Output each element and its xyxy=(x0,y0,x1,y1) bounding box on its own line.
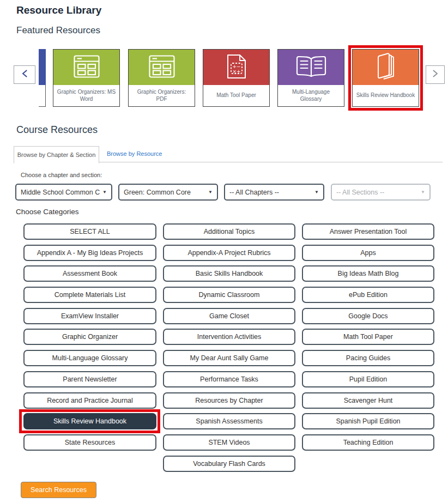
category-column-2: Additional Topics Appendix-A Project Rub… xyxy=(163,223,295,472)
chapter-section-label: Choose a chapter and section: xyxy=(21,172,102,178)
featured-tile-math-tool-paper[interactable]: +− ×+ Math Tool Paper xyxy=(203,49,270,107)
select-value: Middle School Common C xyxy=(21,189,100,196)
grid-window-icon xyxy=(74,55,100,80)
tile-label: Multi-Language Glossary xyxy=(278,85,344,106)
category-my-dear-aunt-sally-game[interactable]: My Dear Aunt Sally Game xyxy=(163,350,295,366)
clipped-tile-label-area xyxy=(39,85,46,107)
open-book-icon xyxy=(296,56,326,80)
course-resources-heading: Course Resources xyxy=(16,124,98,136)
category-epub-edition[interactable]: ePub Edition xyxy=(302,287,434,303)
category-spanish-pupil-edition[interactable]: Spanish Pupil Edition xyxy=(302,413,434,429)
category-record-and-practice-journal[interactable]: Record and Practice Journal xyxy=(23,392,156,409)
category-big-ideas-math-blog[interactable]: Big Ideas Math Blog xyxy=(302,265,434,282)
chevron-right-icon xyxy=(432,69,439,80)
select-value: Green: Common Core xyxy=(124,189,191,196)
edition-select[interactable]: Green: Common Core ▼ xyxy=(118,184,218,201)
category-graphic-organizer[interactable]: Graphic Organizer xyxy=(23,329,156,345)
select-value: -- All Sections -- xyxy=(336,189,384,196)
category-google-docs[interactable]: Google Docs xyxy=(302,308,434,324)
grid-window-icon xyxy=(149,55,175,80)
category-parent-newsletter[interactable]: Parent Newsletter xyxy=(23,371,156,387)
category-basic-skills-handbook[interactable]: Basic Skills Handbook xyxy=(163,265,295,282)
category-apps[interactable]: Apps xyxy=(302,245,434,261)
category-spanish-assessments[interactable]: Spanish Assessments xyxy=(163,413,295,429)
category-pupil-edition[interactable]: Pupil Edition xyxy=(302,371,434,387)
resource-library-page: Resource Library Featured Resources Grap… xyxy=(0,0,448,503)
caret-down-icon: ▼ xyxy=(102,190,107,195)
category-skills-review-handbook[interactable]: Skills Review Handbook xyxy=(23,413,156,429)
clipped-tile-color-band xyxy=(39,49,46,85)
category-appendix-a-project-rubrics[interactable]: Appendix-A Project Rubrics xyxy=(163,245,295,261)
tile-label: Math Tool Paper xyxy=(203,85,269,106)
carousel-next-button[interactable] xyxy=(426,65,445,84)
chapter-select[interactable]: -- All Chapters -- ▼ xyxy=(224,184,324,201)
category-examview-installer[interactable]: ExamView Installer xyxy=(23,308,156,324)
featured-tile-skills-review-handbook[interactable]: Skills Review Handbook xyxy=(352,49,419,107)
category-scavenger-hunt[interactable]: Scavenger Hunt xyxy=(302,392,434,409)
tile-label: Graphic Organizers: MS Word xyxy=(53,85,119,106)
featured-tile-graphic-organizers-ms-word[interactable]: Graphic Organizers: MS Word xyxy=(53,49,120,107)
category-answer-presentation-tool[interactable]: Answer Presentation Tool xyxy=(302,223,434,240)
choose-categories-label: Choose Categories xyxy=(16,208,79,216)
select-value: -- All Chapters -- xyxy=(229,189,279,196)
caret-down-icon: ▼ xyxy=(421,190,425,195)
caret-down-icon: ▼ xyxy=(208,190,213,195)
tab-browse-by-chapter-section[interactable]: Browse by Chapter & Section xyxy=(14,146,99,163)
tab-label: Browse by Resource xyxy=(107,150,162,157)
category-intervention-activities[interactable]: Intervention Activities xyxy=(163,329,295,345)
category-complete-materials-list[interactable]: Complete Materials List xyxy=(23,287,156,303)
featured-tile-graphic-organizers-pdf[interactable]: Graphic Organizers: PDF xyxy=(128,49,195,107)
category-appendix-a-projects[interactable]: Appendix A - My Big Ideas Projects xyxy=(23,245,156,261)
section-select: -- All Sections -- ▼ xyxy=(331,184,431,201)
program-select[interactable]: Middle School Common C ▼ xyxy=(15,184,112,201)
tile-label: Skills Review Handbook xyxy=(353,85,419,106)
category-column-1: SELECT ALL Appendix A - My Big Ideas Pro… xyxy=(23,223,156,451)
carousel-clipped-tile[interactable] xyxy=(39,49,46,107)
caret-down-icon: ▼ xyxy=(314,190,319,195)
tab-browse-by-resource[interactable]: Browse by Resource xyxy=(107,150,162,157)
closed-book-icon xyxy=(375,52,397,83)
category-math-tool-paper[interactable]: Math Tool Paper xyxy=(302,329,434,345)
category-assessment-book[interactable]: Assessment Book xyxy=(23,265,156,282)
category-column-3: Answer Presentation Tool Apps Big Ideas … xyxy=(302,223,434,451)
category-state-resources[interactable]: State Resources xyxy=(23,434,156,451)
category-resources-by-chapter[interactable]: Resources by Chapter xyxy=(163,392,295,409)
tab-label: Browse by Chapter & Section xyxy=(17,151,96,158)
search-button-label: Search Resources xyxy=(31,486,87,494)
search-resources-button[interactable]: Search Resources xyxy=(21,482,96,498)
svg-text:×+: ×+ xyxy=(232,68,240,74)
category-multi-language-glossary[interactable]: Multi-Language Glossary xyxy=(23,350,156,366)
category-additional-topics[interactable]: Additional Topics xyxy=(163,223,295,240)
featured-tile-multi-language-glossary[interactable]: Multi-Language Glossary xyxy=(277,49,344,107)
category-select-all[interactable]: SELECT ALL xyxy=(23,223,156,240)
category-stem-videos[interactable]: STEM Videos xyxy=(163,434,295,451)
category-teaching-edition[interactable]: Teaching Edition xyxy=(302,434,434,451)
category-vocabulary-flash-cards[interactable]: Vocabulary Flash Cards xyxy=(163,456,295,472)
category-game-closet[interactable]: Game Closet xyxy=(163,308,295,324)
carousel-prev-button[interactable] xyxy=(14,65,35,84)
chevron-left-icon xyxy=(21,69,28,80)
featured-resources-heading: Featured Resources xyxy=(16,25,100,36)
math-paper-icon: +− ×+ xyxy=(227,54,246,81)
tile-label: Graphic Organizers: PDF xyxy=(129,85,195,106)
category-pacing-guides[interactable]: Pacing Guides xyxy=(302,350,434,366)
page-title: Resource Library xyxy=(16,4,101,16)
category-dynamic-classroom[interactable]: Dynamic Classroom xyxy=(163,287,295,303)
category-performance-tasks[interactable]: Performance Tasks xyxy=(163,371,295,387)
